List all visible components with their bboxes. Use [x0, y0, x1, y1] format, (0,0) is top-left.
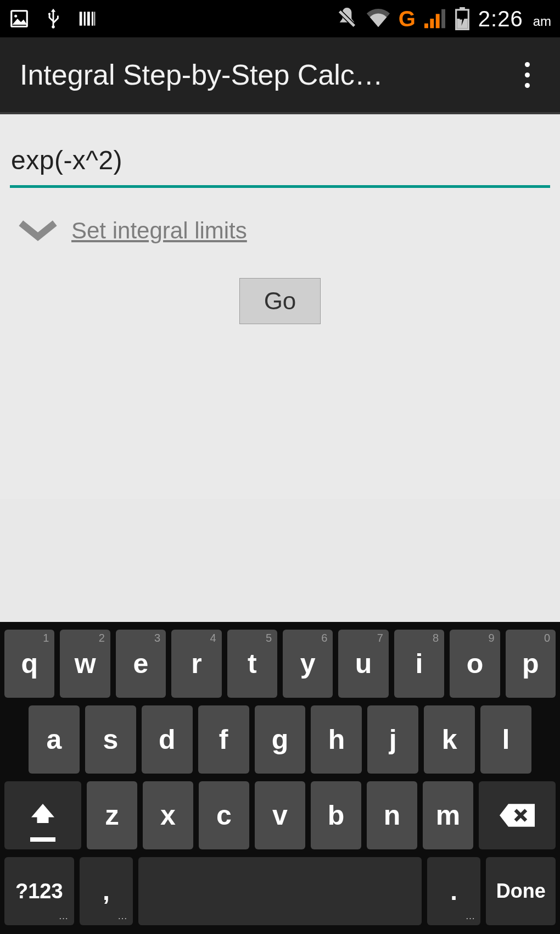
key-m[interactable]: m — [423, 781, 473, 849]
svg-rect-14 — [460, 7, 465, 10]
svg-rect-11 — [436, 14, 440, 28]
battery-charging-icon — [454, 7, 471, 30]
svg-rect-4 — [87, 12, 90, 25]
expression-input[interactable] — [10, 140, 550, 188]
done-key[interactable]: Done — [486, 857, 556, 925]
key-s[interactable]: s — [85, 705, 136, 774]
soft-keyboard: 1q2w3e4r5t6y7u8i9o0p asdfghjkl zxcvbnm ?… — [0, 622, 560, 934]
status-bar: G 2:26 am — [0, 0, 560, 37]
key-q[interactable]: 1q — [4, 630, 54, 698]
set-limits-label: Set integral limits — [71, 218, 247, 244]
svg-rect-6 — [94, 12, 96, 25]
action-bar: Integral Step-by-Step Calc… — [0, 37, 560, 114]
svg-rect-5 — [92, 12, 93, 25]
key-i[interactable]: 8i — [394, 630, 444, 698]
key-n[interactable]: n — [367, 781, 417, 849]
key-c[interactable]: c — [199, 781, 249, 849]
overflow-menu-button[interactable] — [509, 37, 545, 112]
key-e[interactable]: 3e — [116, 630, 166, 698]
barcode-icon — [77, 8, 98, 29]
backspace-key[interactable] — [479, 781, 556, 849]
mute-icon — [336, 8, 358, 30]
period-key[interactable]: .… — [427, 857, 480, 925]
shift-key[interactable] — [4, 781, 81, 849]
key-u[interactable]: 7u — [338, 630, 388, 698]
comma-key[interactable]: ,… — [80, 857, 133, 925]
svg-rect-12 — [441, 9, 445, 29]
usb-icon — [44, 7, 63, 30]
app-title: Integral Step-by-Step Calc… — [20, 58, 509, 91]
key-o[interactable]: 9o — [450, 630, 500, 698]
go-button[interactable]: Go — [239, 278, 321, 324]
key-d[interactable]: d — [142, 705, 193, 774]
key-g[interactable]: g — [255, 705, 306, 774]
network-type-label: G — [399, 7, 416, 31]
key-y[interactable]: 6y — [283, 630, 333, 698]
key-x[interactable]: x — [143, 781, 193, 849]
status-ampm: am — [533, 14, 551, 31]
key-j[interactable]: j — [367, 705, 418, 774]
svg-rect-9 — [424, 24, 428, 29]
key-w[interactable]: 2w — [60, 630, 110, 698]
key-p[interactable]: 0p — [506, 630, 556, 698]
key-k[interactable]: k — [424, 705, 475, 774]
key-l[interactable]: l — [480, 705, 531, 774]
key-z[interactable]: z — [87, 781, 137, 849]
svg-rect-3 — [84, 12, 86, 25]
key-t[interactable]: 5t — [227, 630, 277, 698]
key-b[interactable]: b — [311, 781, 361, 849]
image-notification-icon — [9, 8, 30, 29]
space-key[interactable] — [138, 857, 422, 925]
content-area: Set integral limits Go — [0, 114, 560, 499]
key-h[interactable]: h — [311, 705, 362, 774]
key-r[interactable]: 4r — [171, 630, 221, 698]
key-f[interactable]: f — [198, 705, 249, 774]
wifi-icon — [366, 8, 391, 30]
symbols-key[interactable]: ?123… — [4, 857, 74, 925]
status-clock: 2:26 — [478, 7, 523, 31]
chevron-down-icon — [18, 220, 58, 242]
svg-point-1 — [14, 15, 17, 18]
svg-rect-10 — [430, 19, 434, 28]
key-a[interactable]: a — [29, 705, 80, 774]
set-limits-toggle[interactable]: Set integral limits — [18, 218, 550, 244]
svg-rect-2 — [80, 12, 82, 25]
key-v[interactable]: v — [255, 781, 305, 849]
more-vert-icon — [525, 62, 530, 88]
signal-icon — [423, 8, 446, 29]
